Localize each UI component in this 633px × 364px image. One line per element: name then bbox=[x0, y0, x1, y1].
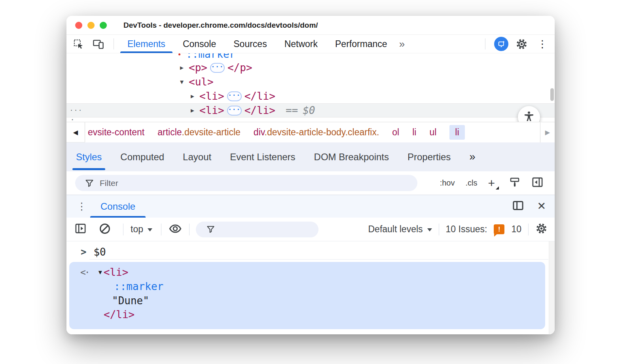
tab-elements[interactable]: Elements bbox=[119, 35, 174, 53]
pseudo-state-button[interactable]: :hov bbox=[440, 178, 455, 188]
breadcrumb-bar: ◀ evsite-content article.devsite-article… bbox=[66, 122, 555, 142]
styles-filter-input[interactable] bbox=[100, 178, 377, 188]
dock-sidebar-icon[interactable] bbox=[531, 176, 544, 190]
tab-styles[interactable]: Styles bbox=[76, 142, 102, 171]
settings-gear-icon[interactable] bbox=[515, 38, 528, 50]
expand-arrow-icon[interactable]: ▶ bbox=[180, 64, 189, 71]
elements-dom-tree: ::marker ▶ <p> ··· </p> ▼ <ul> ▶ <li> ··… bbox=[66, 53, 555, 122]
console-input-echo[interactable]: > $0 bbox=[66, 245, 555, 260]
issues-badge-icon[interactable]: ! bbox=[494, 224, 504, 234]
window-title: DevTools - developer.chrome.com/docs/dev… bbox=[123, 21, 318, 30]
accessibility-icon bbox=[523, 110, 535, 122]
zoom-window-button[interactable] bbox=[100, 22, 107, 29]
crumb-ul[interactable]: ul bbox=[429, 127, 436, 138]
filter-funnel-icon bbox=[85, 178, 94, 188]
element-classes-button[interactable]: .cls bbox=[465, 178, 477, 188]
crumb-ol[interactable]: ol bbox=[392, 127, 399, 138]
tab-sources[interactable]: Sources bbox=[225, 35, 275, 53]
tab-computed[interactable]: Computed bbox=[120, 142, 164, 171]
tab-layout[interactable]: Layout bbox=[183, 142, 211, 171]
issues-count[interactable]: 10 bbox=[511, 224, 521, 235]
gutter-ellipsis-icon[interactable]: ··· bbox=[70, 107, 83, 114]
chevron-down-icon bbox=[148, 228, 152, 231]
device-toolbar-icon[interactable] bbox=[93, 38, 104, 50]
styles-filter-row: :hov .cls + bbox=[66, 171, 555, 195]
console-settings-gear-icon[interactable] bbox=[535, 222, 548, 236]
breadcrumb-back-button[interactable]: ◀ bbox=[66, 122, 85, 142]
crumb-devsite-content[interactable]: evsite-content bbox=[88, 127, 144, 138]
issues-label[interactable]: 10 Issues: bbox=[446, 224, 487, 235]
tab-console[interactable]: Console bbox=[174, 35, 225, 53]
more-sidebar-tabs-icon[interactable]: » bbox=[469, 151, 474, 163]
toolbar-divider bbox=[528, 224, 529, 235]
toolbar-divider bbox=[161, 224, 161, 235]
open-tag: <li> bbox=[104, 266, 129, 278]
log-levels-dropdown[interactable]: Default levels bbox=[368, 224, 432, 235]
returned-value-icon: <· bbox=[80, 267, 89, 277]
tab-dom-breakpoints[interactable]: DOM Breakpoints bbox=[314, 142, 389, 171]
vertical-scrollbar[interactable] bbox=[550, 88, 554, 101]
back-arrow-icon: ◀ bbox=[73, 129, 78, 136]
toolbar-divider bbox=[485, 38, 485, 49]
console-filter-input[interactable] bbox=[219, 225, 310, 234]
crumb-li[interactable]: li bbox=[412, 127, 416, 138]
main-toolbar: Elements Console Sources Network Perform… bbox=[66, 35, 555, 53]
expand-arrow-icon[interactable]: ▶ bbox=[191, 107, 199, 114]
crumb-li-selected[interactable]: li bbox=[449, 125, 464, 140]
close-window-button[interactable] bbox=[75, 22, 82, 29]
console-scrollbar[interactable] bbox=[549, 241, 555, 334]
dom-node-p[interactable]: ▶ <p> ··· </p> bbox=[66, 61, 555, 75]
collapsed-content-icon[interactable]: ··· bbox=[227, 106, 242, 116]
tab-network[interactable]: Network bbox=[276, 35, 326, 53]
console-result-highlighted[interactable]: <· ▼ <li> ::marker "Dune" </li> bbox=[69, 262, 545, 329]
tab-performance[interactable]: Performance bbox=[326, 35, 396, 53]
ai-assistant-icon[interactable] bbox=[494, 37, 508, 51]
more-tabs-icon[interactable]: » bbox=[399, 38, 404, 50]
open-tag: <li> bbox=[199, 104, 224, 116]
panel-tabs: Elements Console Sources Network Perform… bbox=[119, 35, 404, 53]
collapsed-content-icon[interactable]: ··· bbox=[227, 91, 242, 101]
close-tag: </li> bbox=[244, 104, 275, 116]
collapse-arrow-icon[interactable]: ▼ bbox=[180, 78, 189, 85]
clear-console-icon[interactable] bbox=[99, 222, 111, 237]
breadcrumb: evsite-content article.devsite-article d… bbox=[88, 122, 539, 142]
drawer-kebab-menu-icon[interactable]: ⋮ bbox=[77, 195, 87, 218]
breadcrumb-forward-button[interactable]: ▶ bbox=[540, 122, 555, 142]
crumb-div[interactable]: div.devsite-article-body.clearfix. bbox=[254, 127, 379, 138]
styles-tab-bar: Styles Computed Layout Event Listeners D… bbox=[66, 142, 555, 171]
collapsed-content-icon[interactable]: ··· bbox=[210, 63, 225, 73]
close-tag: </li> bbox=[104, 309, 135, 320]
open-tag: <li> bbox=[199, 90, 224, 102]
styles-filter-field[interactable] bbox=[75, 175, 417, 191]
minimize-window-button[interactable] bbox=[87, 22, 95, 29]
console-filter-field[interactable] bbox=[196, 222, 318, 237]
dom-node-li-selected[interactable]: ··· ▶ <li> ··· </li> == $0 bbox=[66, 103, 555, 118]
dom-node-ul[interactable]: ▼ <ul> bbox=[66, 75, 555, 89]
collapse-arrow-icon[interactable]: ▼ bbox=[99, 269, 102, 276]
pseudo-marker-node[interactable]: ::marker bbox=[186, 53, 235, 60]
new-style-rule-button[interactable]: + bbox=[488, 177, 498, 189]
close-drawer-icon[interactable]: ✕ bbox=[537, 201, 546, 212]
split-panel-icon[interactable] bbox=[512, 199, 524, 213]
drawer-tab-console[interactable]: Console bbox=[90, 195, 146, 218]
context-selector-dropdown[interactable]: top bbox=[131, 224, 152, 235]
live-expression-eye-icon[interactable] bbox=[169, 222, 182, 237]
toolbar-divider bbox=[189, 224, 190, 235]
dom-node-li-1[interactable]: ▶ <li> ··· </li> bbox=[66, 89, 555, 103]
open-tag: <ul> bbox=[189, 76, 214, 88]
crumb-article[interactable]: article.devsite-article bbox=[157, 127, 241, 138]
pseudo-marker-node[interactable]: ::marker bbox=[114, 281, 163, 292]
inspect-element-icon[interactable] bbox=[73, 39, 84, 49]
close-tag: </p> bbox=[227, 62, 252, 74]
tab-properties[interactable]: Properties bbox=[407, 142, 451, 171]
expand-arrow-icon[interactable]: ▶ bbox=[191, 93, 199, 100]
close-tag: </li> bbox=[244, 90, 275, 102]
tab-event-listeners[interactable]: Event Listeners bbox=[230, 142, 295, 171]
kebab-menu-icon[interactable]: ⋮ bbox=[535, 39, 550, 49]
console-drawer-header: ⋮ Console ✕ bbox=[66, 195, 555, 218]
title-bar: DevTools - developer.chrome.com/docs/dev… bbox=[66, 16, 555, 35]
echo-expression: $0 bbox=[93, 246, 106, 258]
console-toolbar: top Default levels 10 Issues: ! 10 bbox=[66, 218, 555, 241]
console-sidebar-icon[interactable] bbox=[74, 222, 87, 236]
rendering-brush-icon[interactable] bbox=[509, 176, 521, 190]
